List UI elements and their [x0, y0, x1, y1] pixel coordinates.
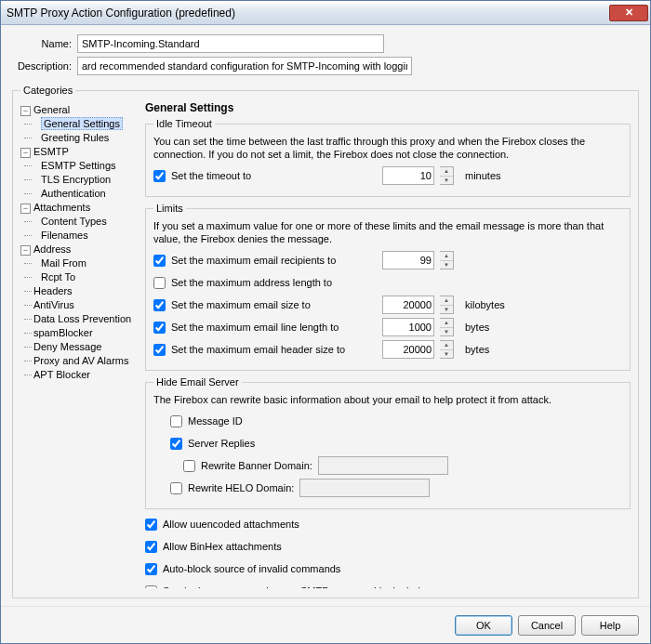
max-recipients-spinner[interactable]: ▲▼	[440, 251, 454, 269]
tree-node-proxy-av-alarms[interactable]: Proxy and AV Alarms	[20, 354, 140, 368]
category-tree[interactable]: −General General Settings Greeting Rules…	[20, 101, 140, 588]
tree-node-greeting-rules[interactable]: Greeting Rules	[20, 131, 140, 145]
minus-icon[interactable]: −	[20, 245, 31, 256]
idle-timeout-group: Idle Timeout You can set the time betwee…	[145, 118, 631, 197]
tree-node-attachments[interactable]: −Attachments	[20, 201, 140, 215]
tree-node-general-settings[interactable]: General Settings	[20, 117, 140, 131]
max-line-value[interactable]: 1000	[382, 318, 434, 336]
chevron-down-icon[interactable]: ▼	[440, 350, 453, 359]
sendlog-checkbox[interactable]	[145, 585, 157, 589]
max-recipients-label: Set the maximum email recipients to	[171, 255, 336, 266]
chevron-down-icon[interactable]: ▼	[440, 328, 453, 336]
max-header-unit: bytes	[465, 344, 489, 355]
tree-node-filenames[interactable]: Filenames	[20, 229, 140, 243]
autoblock-checkbox[interactable]	[145, 563, 157, 575]
limits-group: Limits If you set a maximum value for on…	[145, 203, 631, 371]
idle-timeout-checkbox[interactable]	[153, 170, 166, 182]
tree-node-dlp[interactable]: Data Loss Prevention	[20, 312, 140, 326]
cancel-button[interactable]: Cancel	[518, 615, 576, 636]
ok-button[interactable]: OK	[455, 615, 512, 636]
allow-uuencoded-label: Allow uuencoded attachments	[163, 519, 299, 530]
max-size-value[interactable]: 20000	[382, 296, 434, 314]
max-header-label: Set the maximum email header size to	[171, 344, 345, 355]
sendlog-label: Send a log message when an SMTP command …	[163, 585, 420, 588]
tree-node-headers[interactable]: Headers	[20, 284, 140, 298]
chevron-up-icon[interactable]: ▲	[440, 296, 453, 306]
tree-node-apt-blocker[interactable]: APT Blocker	[20, 368, 140, 382]
max-line-spinner[interactable]: ▲▼	[440, 318, 454, 336]
allow-uuencoded-checkbox[interactable]	[145, 519, 157, 531]
dialog-window: SMTP Proxy Action Configuration (predefi…	[0, 0, 651, 644]
tree-node-deny-message[interactable]: Deny Message	[20, 340, 140, 354]
tree-node-mail-from[interactable]: Mail From	[20, 256, 140, 270]
tree-node-authentication[interactable]: Authentication	[20, 187, 140, 201]
minus-icon[interactable]: −	[20, 106, 31, 116]
tree-node-content-types[interactable]: Content Types	[20, 215, 140, 229]
rewrite-banner-checkbox[interactable]	[183, 460, 195, 472]
rewrite-helo-checkbox[interactable]	[170, 482, 182, 494]
help-button[interactable]: Help	[581, 615, 639, 636]
max-size-spinner[interactable]: ▲▼	[440, 296, 454, 314]
max-address-checkbox[interactable]	[153, 277, 166, 289]
max-size-unit: kilobytes	[465, 299, 505, 310]
idle-timeout-unit: minutes	[465, 170, 501, 181]
content-area: Name: Description: Categories −General G…	[1, 25, 650, 606]
server-replies-checkbox[interactable]	[170, 438, 182, 450]
description-input[interactable]	[77, 57, 412, 75]
tree-node-general[interactable]: −General	[20, 103, 140, 117]
max-size-label: Set the maximum email size to	[171, 299, 311, 310]
close-icon: ✕	[625, 7, 633, 19]
limits-desc: If you set a maximum value for one or mo…	[153, 219, 622, 245]
max-line-checkbox[interactable]	[153, 322, 166, 334]
chevron-down-icon[interactable]: ▼	[440, 261, 453, 269]
rewrite-banner-input[interactable]	[318, 456, 448, 475]
idle-timeout-legend: Idle Timeout	[153, 118, 215, 129]
hide-email-group: Hide Email Server The Firebox can rewrit…	[145, 376, 631, 509]
max-header-value[interactable]: 20000	[382, 340, 434, 359]
description-label: Description:	[12, 60, 72, 72]
rewrite-helo-label: Rewrite HELO Domain:	[188, 482, 294, 493]
chevron-up-icon[interactable]: ▲	[440, 252, 453, 261]
max-recipients-value[interactable]: 99	[382, 251, 434, 269]
max-header-spinner[interactable]: ▲▼	[440, 340, 454, 359]
name-label: Name:	[12, 38, 72, 49]
idle-timeout-desc: You can set the time between the last tr…	[153, 135, 622, 161]
limits-legend: Limits	[153, 203, 186, 214]
tree-node-address[interactable]: −Address	[20, 243, 140, 256]
chevron-up-icon[interactable]: ▲	[440, 319, 453, 328]
tree-node-spamblocker[interactable]: spamBlocker	[20, 326, 140, 340]
max-recipients-checkbox[interactable]	[153, 255, 166, 267]
tree-node-esmtp-settings[interactable]: ESMTP Settings	[20, 159, 140, 173]
minus-icon[interactable]: −	[20, 148, 31, 158]
allow-binhex-label: Allow BinHex attachments	[163, 541, 282, 552]
tree-node-tls-encryption[interactable]: TLS Encryption	[20, 173, 140, 187]
settings-pane: General Settings Idle Timeout You can se…	[145, 101, 631, 588]
categories-legend: Categories	[20, 85, 75, 96]
titlebar[interactable]: SMTP Proxy Action Configuration (predefi…	[1, 1, 650, 25]
chevron-down-icon[interactable]: ▼	[440, 177, 453, 185]
header-fields: Name: Description:	[12, 34, 639, 79]
max-line-label: Set the maximum email line length to	[171, 322, 339, 333]
hide-email-desc: The Firebox can rewrite basic informatio…	[153, 393, 622, 406]
message-id-label: Message ID	[188, 415, 243, 427]
idle-timeout-label: Set the timeout to	[171, 170, 251, 181]
rewrite-banner-label: Rewrite Banner Domain:	[201, 460, 312, 471]
chevron-down-icon[interactable]: ▼	[440, 306, 453, 314]
autoblock-label: Auto-block source of invalid commands	[163, 563, 340, 574]
max-size-checkbox[interactable]	[153, 299, 166, 311]
idle-timeout-value[interactable]: 10	[382, 166, 434, 185]
tree-node-esmtp[interactable]: −ESMTP	[20, 145, 140, 159]
name-input[interactable]	[77, 34, 384, 53]
idle-timeout-spinner[interactable]: ▲▼	[440, 166, 454, 185]
tree-node-rcpt-to[interactable]: Rcpt To	[20, 270, 140, 284]
minus-icon[interactable]: −	[20, 204, 31, 214]
max-header-checkbox[interactable]	[153, 344, 166, 356]
max-line-unit: bytes	[465, 322, 489, 333]
tree-node-antivirus[interactable]: AntiVirus	[20, 298, 140, 312]
close-button[interactable]: ✕	[609, 5, 648, 21]
chevron-up-icon[interactable]: ▲	[440, 167, 453, 177]
allow-binhex-checkbox[interactable]	[145, 541, 157, 553]
message-id-checkbox[interactable]	[170, 415, 182, 427]
chevron-up-icon[interactable]: ▲	[440, 341, 453, 350]
rewrite-helo-input[interactable]	[299, 479, 430, 497]
